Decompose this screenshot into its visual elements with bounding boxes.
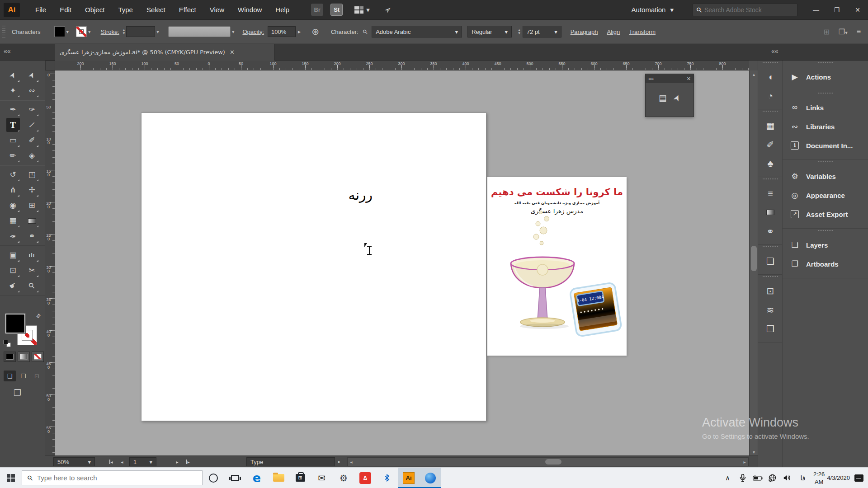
menu-type[interactable]: Type — [118, 6, 133, 14]
stroke-weight-stepper[interactable]: ▴ ▾ — [123, 28, 125, 35]
eraser-tool[interactable]: ◈ — [25, 149, 39, 163]
scroll-up-icon[interactable]: ▴ — [750, 70, 758, 78]
vertical-scroll-thumb[interactable] — [751, 246, 757, 271]
battery-icon[interactable] — [750, 468, 765, 488]
stock-badge[interactable]: St — [330, 4, 343, 16]
menu-object[interactable]: Object — [85, 6, 104, 14]
brushes-panel-icon[interactable]: ✐ — [758, 135, 783, 154]
draw-normal-button[interactable]: ❑ — [4, 371, 16, 381]
stroke-panel-link[interactable]: Stroke: — [101, 28, 119, 35]
swap-fill-stroke-icon[interactable]: ⇄ — [35, 312, 42, 319]
transparency-panel-icon[interactable]: ⚭ — [758, 222, 783, 241]
symbol-sprayer-tool[interactable]: ▣ — [6, 248, 20, 262]
touch-workspace-icon[interactable]: ⊞ — [823, 28, 829, 36]
restore-button[interactable]: ❐ — [826, 0, 847, 20]
document-tab[interactable]: آموزش مجازی-زهرا عسگری.ai* @ 50% (CMYK/G… — [55, 44, 275, 61]
panel-variables[interactable]: ⚙Variables — [783, 167, 868, 186]
zoom-tool[interactable]: ⚲ — [25, 279, 39, 293]
draw-behind-button[interactable]: ❒ — [17, 371, 29, 381]
horizontal-scrollbar[interactable]: ◂ ▸ — [347, 457, 749, 466]
strip-drag-handle[interactable] — [758, 246, 782, 251]
panel-actions[interactable]: ▶Actions — [783, 67, 868, 86]
start-button[interactable] — [0, 468, 22, 488]
gradient-tool[interactable] — [25, 214, 39, 228]
strip-drag-handle[interactable] — [758, 111, 782, 115]
menu-edit[interactable]: Edit — [60, 6, 71, 14]
volume-icon[interactable] — [780, 468, 795, 488]
brush-definition-dropdown[interactable] — [168, 26, 231, 37]
last-artboard-button[interactable]: ▸ — [184, 458, 193, 466]
gradient-wedge-panel-icon[interactable]: ◔ — [758, 86, 783, 105]
minimize-button[interactable]: — — [806, 0, 826, 20]
menu-view[interactable]: View — [210, 6, 224, 14]
fill-color-control[interactable] — [5, 314, 25, 333]
menu-select[interactable]: Select — [146, 6, 165, 14]
eyedropper-tool[interactable]: ✒ — [6, 229, 20, 243]
shape-builder-tool[interactable]: ◉ — [6, 198, 20, 212]
transform-panel-icon[interactable]: ⊡ — [758, 282, 783, 300]
gradient-slider-panel-icon[interactable] — [758, 203, 783, 222]
stroke-swatch[interactable] — [76, 26, 87, 37]
lasso-tool[interactable]: ∾ — [25, 84, 39, 98]
perspective-grid-tool[interactable]: ⊞ — [25, 198, 39, 212]
taskbar-bluetooth[interactable] — [376, 468, 398, 488]
panel-drag-handle[interactable] — [2, 25, 5, 38]
next-artboard-button[interactable]: ▸ — [173, 458, 182, 466]
taskbar-settings[interactable]: ⚙ — [333, 468, 354, 488]
panel-asset-export[interactable]: ↗Asset Export — [783, 205, 868, 224]
line-segment-tool[interactable]: ∕ — [25, 118, 39, 132]
previous-artboard-button[interactable]: ◂ — [118, 458, 127, 466]
panel-document-in[interactable]: ℹDocument In... — [783, 136, 868, 155]
taskbar-mail[interactable]: ✉ — [311, 468, 333, 488]
menu-window[interactable]: Window — [238, 6, 262, 14]
status-flyout-icon[interactable]: ▸ — [338, 459, 340, 464]
panel-libraries[interactable]: ∾Libraries — [783, 117, 868, 136]
panel-close-icon[interactable]: ✕ — [687, 76, 691, 82]
opacity-field[interactable]: 100% — [268, 26, 296, 37]
transform-panel-link[interactable]: Transform — [629, 28, 656, 35]
scroll-left-icon[interactable]: ◂ — [348, 458, 355, 466]
strip-drag-handle[interactable] — [758, 62, 782, 66]
horizontal-scroll-thumb[interactable] — [545, 459, 561, 465]
close-button[interactable]: ✕ — [847, 0, 868, 20]
blend-tool[interactable]: ⚭ — [25, 229, 39, 243]
artboard-number-dropdown[interactable]: 1 ▾ — [129, 457, 156, 466]
taskbar-edge[interactable]: e — [246, 468, 268, 488]
hand-tool[interactable]: ☛ — [6, 279, 20, 293]
scale-tool[interactable]: ◳ — [25, 168, 39, 182]
first-artboard-button[interactable]: ◂ — [107, 458, 116, 466]
align-panel-link[interactable]: Align — [607, 28, 620, 35]
panel-links[interactable]: ∞Links — [783, 98, 868, 117]
taskbar-clock[interactable]: 2:26 AM 4/3/2020 — [811, 468, 850, 488]
adobe-stock-search[interactable]: ⚲ — [693, 4, 797, 16]
dock-options-icon[interactable]: ❐▾ — [839, 28, 848, 36]
taskbar-file-explorer[interactable] — [268, 468, 289, 488]
menu-file[interactable]: File — [35, 6, 46, 14]
rectangle-tool[interactable]: ▭ — [6, 133, 20, 147]
panel-collapse-icon[interactable]: «« — [648, 76, 654, 81]
menu-help[interactable]: Help — [275, 6, 289, 14]
panel-appearance[interactable]: ◎Appearance — [783, 186, 868, 205]
arrange-documents-button[interactable]: ▾ — [354, 6, 370, 14]
network-globe-icon[interactable] — [765, 468, 780, 488]
workspace-switcher[interactable]: Automation ▾ — [625, 3, 680, 17]
collapse-left-dock-icon[interactable]: «« — [4, 47, 11, 55]
paintbrush-tool[interactable]: ✐ — [25, 133, 39, 147]
scroll-right-icon[interactable]: ▸ — [741, 458, 748, 466]
width-tool[interactable]: ⋔ — [6, 183, 20, 197]
symbols-panel-icon[interactable]: ♣ — [758, 154, 783, 173]
microphone-icon[interactable] — [735, 468, 750, 488]
stepper-down-icon[interactable]: ▾ — [123, 32, 125, 35]
menu-effect[interactable]: Effect — [179, 6, 196, 14]
strip-drag-handle[interactable] — [758, 178, 782, 183]
collapse-right-dock-icon[interactable]: «« — [771, 47, 778, 55]
recolor-artwork-icon[interactable]: ⊛ — [311, 26, 319, 37]
taskbar-camera[interactable] — [420, 468, 441, 488]
color-panel-icon[interactable]: ◖ — [758, 67, 783, 86]
artboard-tool[interactable]: ⊡ — [6, 263, 20, 277]
taskbar-acrobat[interactable]: ∆ — [354, 468, 376, 488]
align-panel-icon[interactable]: ≋ — [758, 300, 783, 319]
direct-selection-tool[interactable]: ➤ — [25, 68, 39, 82]
font-size-stepper[interactable]: ▴ ▾ — [518, 28, 520, 35]
rotate-tool[interactable]: ↺ — [6, 168, 20, 182]
